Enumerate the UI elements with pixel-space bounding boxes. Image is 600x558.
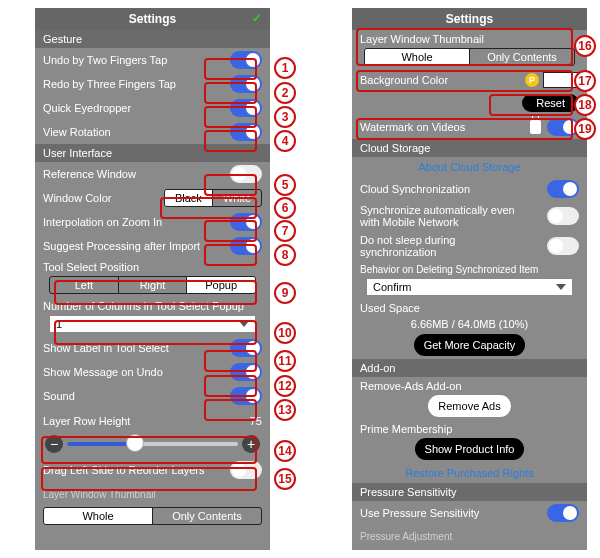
thumb-r-whole[interactable]: Whole (365, 49, 470, 65)
callout-badge-1: 1 (274, 57, 296, 79)
numcols-label: Number of Columns in Tool Select Popup (43, 300, 262, 312)
panel-title: Settings ✓ (35, 8, 270, 30)
usepressure-toggle[interactable] (547, 504, 579, 522)
undo-toggle[interactable] (230, 51, 262, 69)
prime-label: Prime Membership (360, 423, 579, 435)
row-numcols: Number of Columns in Tool Select Popup 1 (35, 297, 270, 336)
row-undo: Undo by Two Fingers Tap (35, 48, 270, 72)
about-cloud-link[interactable]: About Cloud Storage (352, 157, 587, 177)
row-interp: Interpolation on Zoom In (35, 210, 270, 234)
eyedrop-toggle[interactable] (230, 99, 262, 117)
toolpos-right[interactable]: Right (119, 277, 188, 293)
get-more-button[interactable]: Get More Capacity (414, 334, 526, 356)
toolpos-left[interactable]: Left (50, 277, 119, 293)
refwin-toggle[interactable] (230, 165, 262, 183)
row-thumb-l-label: Layer Window Thumbnail (35, 482, 270, 504)
callout-badge-11: 11 (274, 350, 296, 372)
row-prime: Prime Membership Show Product Info (352, 420, 587, 463)
slider-minus-icon[interactable]: − (45, 435, 63, 453)
panel-title-text: Settings (446, 12, 493, 26)
chevron-down-icon (239, 321, 249, 327)
lock-icon (530, 120, 541, 134)
removeads-button[interactable]: Remove Ads (428, 395, 510, 417)
numcols-select[interactable]: 1 (49, 315, 256, 333)
drag-toggle[interactable] (230, 461, 262, 479)
drag-label: Drag Left Side to Reorder Layers (43, 464, 204, 476)
callout-badge-14: 14 (274, 440, 296, 462)
row-sound: Sound (35, 384, 270, 408)
toolpos-segment: Left Right Popup (49, 276, 256, 294)
row-rotation: View Rotation (35, 120, 270, 144)
thumb-r-only[interactable]: Only Contents (470, 49, 574, 65)
bg-color-swatch[interactable] (543, 72, 579, 88)
msgundo-toggle[interactable] (230, 363, 262, 381)
sound-toggle[interactable] (230, 387, 262, 405)
msgundo-label: Show Message on Undo (43, 366, 163, 378)
interp-label: Interpolation on Zoom In (43, 216, 162, 228)
row-removeads: Remove-Ads Add-on Remove Ads (352, 377, 587, 420)
used-value: 6.66MB / 64.0MB (10%) (360, 316, 579, 332)
row-toolpos: Tool Select Position Left Right Popup (35, 258, 270, 297)
callout-badge-8: 8 (274, 244, 296, 266)
thumb-r-label: Layer Window Thumbnail (360, 33, 579, 45)
thumb-l-only[interactable]: Only Contents (153, 508, 261, 524)
callout-badge-13: 13 (274, 399, 296, 421)
wincolor-white[interactable]: White (213, 190, 261, 206)
row-suggest: Suggest Processing after Import (35, 234, 270, 258)
used-label: Used Space (360, 302, 579, 314)
thumb-segment-r: Whole Only Contents (364, 48, 575, 66)
row-sync: Cloud Synchronization (352, 177, 587, 201)
sync-toggle[interactable] (547, 180, 579, 198)
bg-label: Background Color (360, 74, 448, 86)
restore-link[interactable]: Restore Purchased Rights (352, 463, 587, 483)
callout-badge-6: 6 (274, 197, 296, 219)
thumb-l-label: Layer Window Thumbnail (43, 489, 156, 500)
nosleep-toggle[interactable] (547, 237, 579, 255)
callout-badge-4: 4 (274, 130, 296, 152)
eyedrop-label: Quick Eyedropper (43, 102, 131, 114)
interp-toggle[interactable] (230, 213, 262, 231)
pressureadj-label: Pressure Adjustment (360, 531, 452, 542)
undo-label: Undo by Two Fingers Tap (43, 54, 167, 66)
confirm-check-icon[interactable]: ✓ (252, 11, 262, 25)
rotation-toggle[interactable] (230, 123, 262, 141)
row-autosync: Synchronize automatically even with Mobi… (352, 201, 587, 231)
thumb-l-whole[interactable]: Whole (44, 508, 153, 524)
behavior-select[interactable]: Confirm (366, 278, 573, 296)
watermark-toggle[interactable] (547, 118, 579, 136)
section-ui: User Interface (35, 144, 270, 162)
showlabel-toggle[interactable] (230, 339, 262, 357)
toolpos-popup[interactable]: Popup (187, 277, 255, 293)
suggest-toggle[interactable] (230, 237, 262, 255)
slider-plus-icon[interactable]: + (242, 435, 260, 453)
toolpos-label: Tool Select Position (43, 261, 262, 273)
row-behavior: Behavior on Deleting Synchronized Item C… (352, 261, 587, 299)
wincolor-black[interactable]: Black (165, 190, 213, 206)
show-product-button[interactable]: Show Product Info (415, 438, 525, 460)
row-msgundo: Show Message on Undo (35, 360, 270, 384)
callout-badge-15: 15 (274, 468, 296, 490)
usepressure-label: Use Pressure Sensitivity (360, 507, 479, 519)
callout-badge-3: 3 (274, 106, 296, 128)
redo-toggle[interactable] (230, 75, 262, 93)
row-thumb-left: Whole Only Contents (35, 504, 270, 528)
callout-badge-12: 12 (274, 375, 296, 397)
autosync-label: Synchronize automatically even with Mobi… (360, 204, 525, 228)
section-cloud: Cloud Storage (352, 139, 587, 157)
premium-coin-icon: P (525, 73, 539, 87)
reset-button[interactable]: Reset (522, 94, 579, 112)
row-eyedropper: Quick Eyedropper (35, 96, 270, 120)
section-gesture: Gesture (35, 30, 270, 48)
wincolor-label: Window Color (43, 192, 111, 204)
callout-badge-9: 9 (274, 282, 296, 304)
thumb-segment-l: Whole Only Contents (43, 507, 262, 525)
slider-thumb[interactable] (126, 434, 144, 452)
row-reset: Reset (352, 91, 587, 115)
settings-panel-right: Settings Layer Window Thumbnail Whole On… (352, 8, 587, 550)
showlabel-label: Show Label in Tool Select (43, 342, 169, 354)
row-pressureadj: Pressure Adjustment (352, 525, 587, 547)
rowheight-slider[interactable]: − + (43, 433, 262, 455)
autosync-toggle[interactable] (547, 207, 579, 225)
panel-title: Settings (352, 8, 587, 30)
refwin-label: Reference Window (43, 168, 136, 180)
